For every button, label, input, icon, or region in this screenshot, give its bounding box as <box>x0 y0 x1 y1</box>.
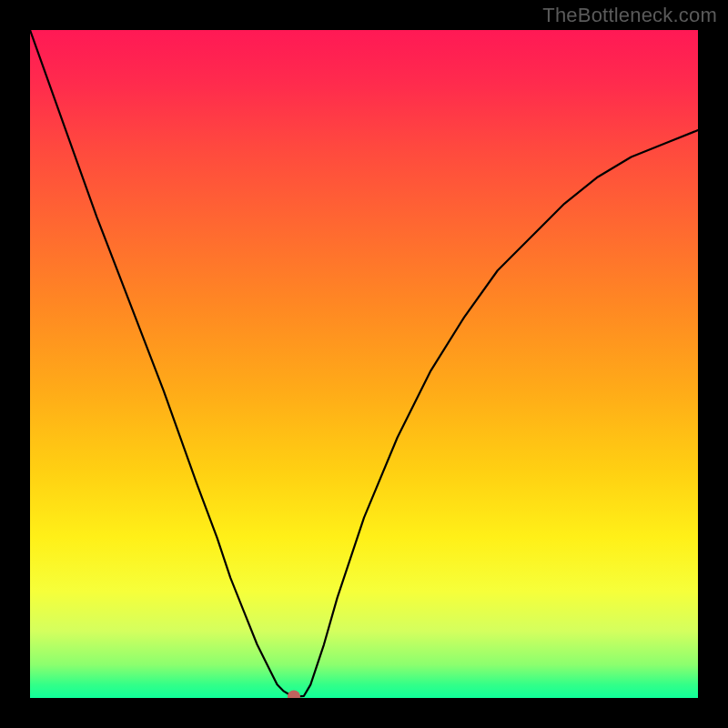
plot-gradient-background <box>30 30 698 698</box>
watermark-text: TheBottleneck.com <box>542 4 717 27</box>
chart-frame: TheBottleneck.com <box>0 0 728 728</box>
